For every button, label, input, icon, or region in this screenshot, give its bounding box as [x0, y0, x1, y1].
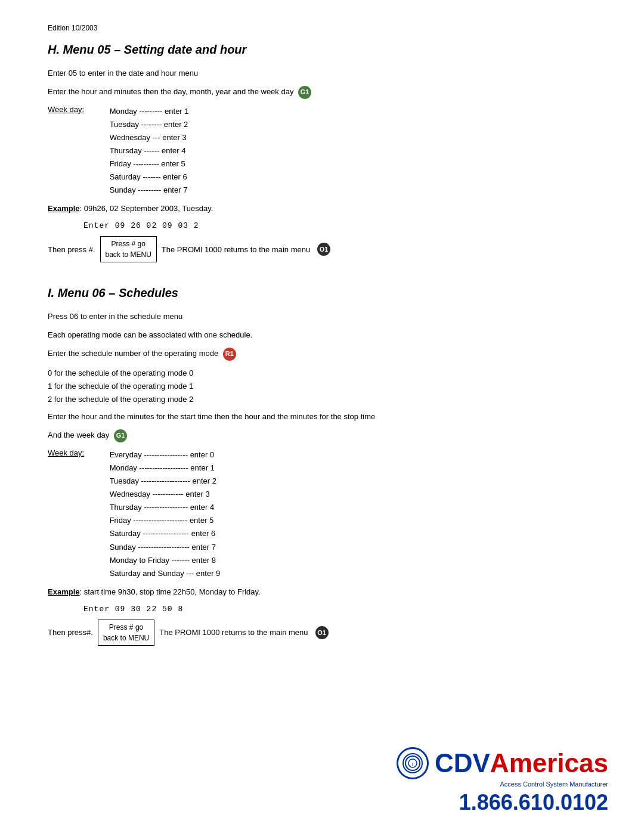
example-i: Example: start time 9h30, stop time 22h5…	[48, 586, 596, 599]
section-i-title: I. Menu 06 – Schedules	[48, 286, 596, 300]
list-item: Tuesday ------------------- enter 2	[110, 475, 221, 488]
section-h: H. Menu 05 – Setting date and hour Enter…	[48, 43, 596, 262]
section-i: I. Menu 06 – Schedules Press 06 to enter…	[48, 286, 596, 645]
list-item: Sunday -------------------- enter 7	[110, 541, 221, 554]
section-i-para4: Enter the hour and the minutes for the s…	[48, 411, 596, 423]
svg-text:i: i	[412, 761, 413, 767]
footer-brand-text: CDV Americas	[435, 749, 608, 778]
list-item: Monday to Friday ------- enter 8	[110, 554, 221, 567]
footer-brand: i CDV Americas	[397, 747, 608, 779]
footer: i CDV Americas Access Control System Man…	[397, 747, 608, 815]
section-i-para1: Press 06 to enter in the schedule menu	[48, 311, 596, 323]
section-i-para5: And the week day G1	[48, 429, 596, 442]
badge-o1-h: O1	[317, 243, 330, 256]
list-item: Monday --------- enter 1	[110, 105, 189, 118]
section-h-para1: Enter 05 to enter in the date and hour m…	[48, 67, 596, 80]
list-item: Wednesday ------------ enter 3	[110, 488, 221, 501]
week-day-table-i: Week day: Everyday ----------------- ent…	[48, 448, 596, 580]
footer-logo-inner: i	[402, 753, 423, 773]
list-item: Monday ------------------- enter 1	[110, 462, 221, 475]
week-day-label-i: Week day:	[48, 448, 107, 457]
footer-phone: 1.866.610.0102	[459, 790, 608, 815]
footer-logo: i	[397, 747, 429, 779]
badge-o1-i: O1	[315, 626, 329, 639]
list-item: 0 for the schedule of the operating mode…	[48, 367, 596, 380]
week-day-table-h: Week day: Monday --------- enter 1Tuesda…	[48, 105, 596, 197]
enter-line-i: Enter 09 30 22 50 8	[83, 605, 596, 614]
list-item: Thursday ----------------- enter 4	[110, 501, 221, 514]
badge-g1-i: G1	[114, 429, 127, 442]
week-day-days-h: Monday --------- enter 1Tuesday --------…	[110, 105, 189, 197]
section-h-title: H. Menu 05 – Setting date and hour	[48, 43, 596, 57]
list-item: Wednesday --- enter 3	[110, 131, 189, 144]
section-i-para2: Each operating mode can be associated wi…	[48, 329, 596, 342]
then-press-label-h: Then press #.	[48, 245, 95, 254]
badge-g1-h: G1	[298, 86, 311, 99]
section-i-para3: Enter the schedule number of the operati…	[48, 348, 596, 361]
footer-tagline: Access Control System Manufacturer	[500, 781, 608, 788]
then-press-label-i: Then press#.	[48, 628, 93, 637]
promi-text-i: The PROMI 1000 returns to the main menu	[159, 628, 308, 637]
example-h: Example: 09h26, 02 September 2003, Tuesd…	[48, 203, 596, 215]
edition-label: Edition 10/2003	[48, 24, 596, 32]
promi-text-h: The PROMI 1000 returns to the main menu	[162, 245, 310, 254]
list-item: Saturday ------------------ enter 6	[110, 527, 221, 540]
list-item: Saturday and Sunday --- enter 9	[110, 567, 221, 580]
press-box-h: Press # go back to MENU	[100, 236, 157, 262]
press-box-i: Press # go back to MENU	[98, 620, 154, 646]
list-item: Friday ---------- enter 5	[110, 157, 189, 171]
list-item: Saturday ------- enter 6	[110, 171, 189, 184]
modes-list: 0 for the schedule of the operating mode…	[48, 367, 596, 406]
list-item: Everyday ----------------- enter 0	[110, 448, 221, 462]
list-item: 1 for the schedule of the operating mode…	[48, 380, 596, 393]
then-press-i: Then press#. Press # go back to MENU The…	[48, 620, 596, 646]
list-item: 2 for the schedule of the operating mode…	[48, 393, 596, 406]
then-press-h: Then press #. Press # go back to MENU Th…	[48, 236, 596, 262]
week-day-label-h: Week day:	[48, 105, 107, 114]
list-item: Thursday ------ enter 4	[110, 144, 189, 157]
enter-line-h: Enter 09 26 02 09 03 2	[83, 221, 596, 230]
list-item: Tuesday -------- enter 2	[110, 118, 189, 131]
footer-americas: Americas	[490, 749, 608, 778]
list-item: Sunday --------- enter 7	[110, 184, 189, 197]
list-item: Friday --------------------- enter 5	[110, 514, 221, 527]
footer-cdv: CDV	[435, 749, 490, 778]
section-h-para2: Enter the hour and minutes then the day,…	[48, 86, 596, 99]
cdv-logo-svg: i	[404, 755, 421, 772]
badge-r1: R1	[223, 348, 236, 361]
week-day-days-i: Everyday ----------------- enter 0 Monda…	[110, 448, 221, 580]
